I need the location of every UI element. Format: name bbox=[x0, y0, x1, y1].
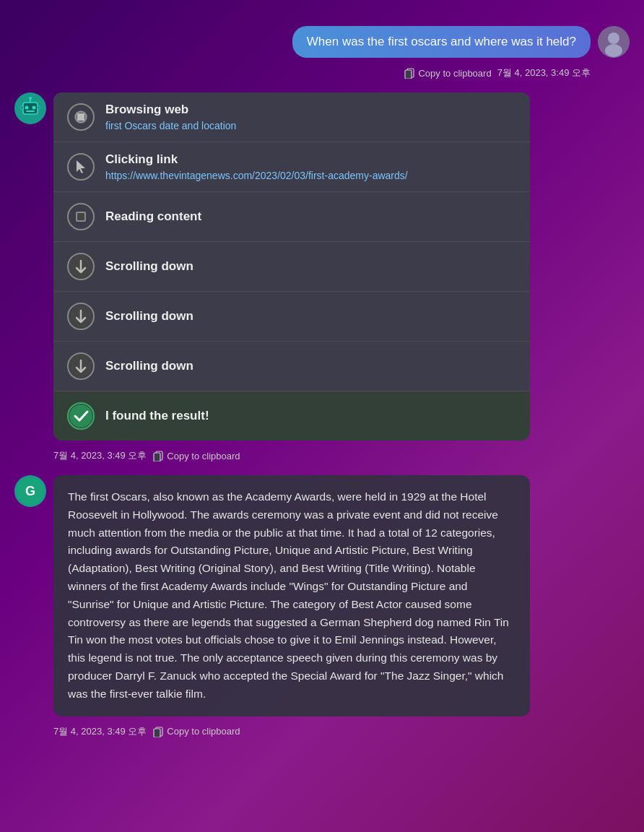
user-avatar bbox=[598, 26, 630, 58]
clicking-text: Clicking link https://www.thevintagenews… bbox=[105, 152, 408, 181]
found-title: I found the result! bbox=[105, 409, 209, 423]
svg-point-11 bbox=[29, 97, 32, 100]
scrolling-2-title: Scrolling down bbox=[105, 309, 193, 324]
read-icon bbox=[66, 202, 95, 231]
scrolling-1-title: Scrolling down bbox=[105, 259, 193, 274]
activity-scrolling-3: Scrolling down bbox=[53, 342, 530, 391]
svg-rect-17 bbox=[77, 113, 84, 121]
clicking-title: Clicking link bbox=[105, 152, 408, 167]
ai-activity-copy-label: Copy to clipboard bbox=[167, 451, 240, 462]
scrolling-3-text: Scrolling down bbox=[105, 359, 193, 373]
clipboard-icon bbox=[404, 67, 415, 79]
svg-rect-13 bbox=[38, 106, 40, 109]
answer-bubble: The first Oscars, also known as the Acad… bbox=[53, 475, 530, 716]
user-copy-button[interactable]: Copy to clipboard bbox=[404, 67, 491, 79]
user-copy-label: Copy to clipboard bbox=[418, 68, 491, 79]
ai-answer-avatar: G bbox=[14, 475, 46, 507]
user-message-row: When was the first oscars and where was … bbox=[14, 26, 630, 58]
user-timestamp: 7월 4, 2023, 3:49 오후 bbox=[497, 66, 591, 79]
scrolling-3-title: Scrolling down bbox=[105, 359, 193, 373]
activity-card-container: Browsing web first Oscars date and locat… bbox=[53, 92, 530, 441]
ai-answer-avatar-icon: G bbox=[17, 477, 44, 505]
clipboard-icon-2 bbox=[152, 450, 164, 462]
cursor-icon bbox=[66, 152, 95, 181]
browsing-text: Browsing web first Oscars date and locat… bbox=[105, 103, 236, 131]
scrolling-1-text: Scrolling down bbox=[105, 259, 193, 274]
user-avatar-icon bbox=[598, 26, 630, 58]
answer-text: The first Oscars, also known as the Acad… bbox=[68, 490, 509, 700]
svg-rect-4 bbox=[405, 70, 412, 79]
user-copy-timestamp-row: Copy to clipboard 7월 4, 2023, 3:49 오후 bbox=[14, 66, 630, 79]
ai-answer-row: G The first Oscars, also known as the Ac… bbox=[14, 475, 630, 716]
user-bubble: When was the first oscars and where was … bbox=[292, 26, 591, 58]
ai-answer-timestamp: 7월 4, 2023, 3:49 오후 bbox=[53, 725, 147, 738]
activity-reading: Reading content bbox=[53, 192, 530, 242]
reading-text: Reading content bbox=[105, 209, 201, 224]
globe-icon bbox=[66, 103, 95, 131]
scroll-down-icon-1 bbox=[66, 252, 95, 281]
svg-rect-9 bbox=[26, 110, 35, 112]
activity-found: I found the result! bbox=[53, 391, 530, 441]
browsing-subtitle: first Oscars date and location bbox=[105, 120, 236, 131]
browsing-title: Browsing web bbox=[105, 103, 236, 117]
chat-container: When was the first oscars and where was … bbox=[0, 14, 644, 757]
activity-scrolling-1: Scrolling down bbox=[53, 242, 530, 292]
scrolling-2-text: Scrolling down bbox=[105, 309, 193, 324]
svg-point-33 bbox=[69, 404, 92, 428]
clipboard-icon-3 bbox=[152, 726, 164, 737]
svg-rect-35 bbox=[154, 453, 160, 462]
svg-rect-22 bbox=[77, 213, 84, 220]
svg-rect-12 bbox=[21, 106, 23, 109]
svg-point-8 bbox=[32, 106, 36, 110]
activity-clicking: Clicking link https://www.thevintagenews… bbox=[53, 142, 530, 192]
found-text: I found the result! bbox=[105, 409, 209, 423]
ai-answer-copy-button[interactable]: Copy to clipboard bbox=[152, 726, 240, 737]
ai-activity-copy-button[interactable]: Copy to clipboard bbox=[152, 450, 240, 462]
ai-answer-meta-row: 7월 4, 2023, 3:49 오후 Copy to clipboard bbox=[14, 725, 630, 738]
svg-point-1 bbox=[608, 32, 619, 44]
ai-avatar-icon bbox=[17, 95, 44, 122]
ai-activity-timestamp: 7월 4, 2023, 3:49 오후 bbox=[53, 449, 147, 462]
svg-rect-39 bbox=[154, 729, 160, 737]
svg-point-7 bbox=[25, 106, 29, 110]
svg-marker-19 bbox=[77, 160, 85, 173]
user-message-text: When was the first oscars and where was … bbox=[307, 35, 576, 48]
check-icon bbox=[66, 402, 95, 430]
scroll-down-icon-2 bbox=[66, 302, 95, 331]
svg-point-2 bbox=[605, 44, 622, 57]
ai-activity-meta-row: 7월 4, 2023, 3:49 오후 Copy to clipboard bbox=[14, 449, 630, 462]
activity-scrolling-2: Scrolling down bbox=[53, 292, 530, 342]
scroll-down-icon-3 bbox=[66, 352, 95, 381]
svg-text:G: G bbox=[25, 484, 35, 498]
ai-activity-row: Browsing web first Oscars date and locat… bbox=[14, 92, 630, 441]
ai-avatar bbox=[14, 92, 46, 124]
ai-answer-copy-label: Copy to clipboard bbox=[167, 726, 240, 737]
reading-title: Reading content bbox=[105, 209, 201, 224]
activity-browsing: Browsing web first Oscars date and locat… bbox=[53, 92, 530, 142]
clicking-subtitle: https://www.thevintagenews.com/2023/02/0… bbox=[105, 170, 408, 181]
